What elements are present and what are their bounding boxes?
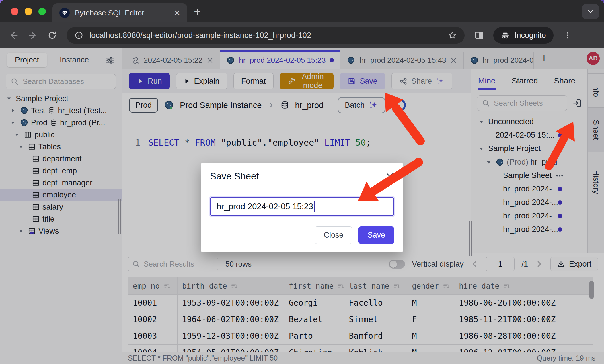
db-tree-item[interactable]: public	[0, 129, 122, 141]
tab-project[interactable]: Project	[7, 53, 47, 67]
db-tree-item[interactable]: salary	[0, 201, 122, 213]
reload-icon[interactable]	[48, 31, 57, 40]
close-tab-icon[interactable]	[206, 57, 213, 64]
run-button[interactable]: Run	[129, 73, 170, 89]
batch-button[interactable]: Batch	[338, 97, 385, 113]
new-tab-icon[interactable]: +	[194, 5, 201, 19]
column-header[interactable]: hire_date	[454, 277, 593, 295]
table-row[interactable]: 100021964-06-02T00:00:00ZBezalelSimmelF1…	[128, 311, 593, 328]
close-window-button[interactable]	[11, 8, 18, 15]
db-tree-item[interactable]: Sample Project	[0, 93, 122, 105]
sheet-tree-item[interactable]: hr_prod 2024-...	[471, 209, 587, 223]
admin-mode-button[interactable]: Admin mode	[280, 73, 334, 89]
sheet-tab[interactable]: 2024-02-05 15:22	[125, 52, 220, 69]
forward-icon[interactable]	[28, 30, 38, 40]
sort-icon[interactable]	[503, 282, 511, 290]
sheet-tree-item[interactable]: Unconnected	[471, 115, 587, 128]
back-icon[interactable]	[9, 30, 18, 40]
db-tree-item[interactable]: Testhr_test (Test...	[0, 105, 122, 117]
export-button[interactable]: Export	[550, 257, 598, 271]
vertical-display-toggle[interactable]	[389, 260, 405, 269]
filter-settings-icon[interactable]	[105, 55, 115, 65]
sort-icon[interactable]	[164, 282, 171, 290]
sheet-tree-item[interactable]: hr_prod 2024-...	[471, 196, 587, 209]
instance-name[interactable]: Prod Sample Instance	[180, 101, 262, 110]
sheet-tree-item[interactable]: Sample Sheet	[471, 169, 587, 182]
caret-down-icon[interactable]	[9, 120, 17, 126]
sheet-tab[interactable]: hr_prod 2024-02-05 15:23	[220, 52, 340, 69]
column-header[interactable]: gender	[407, 277, 454, 295]
sheet-panel-resize-handle[interactable]	[469, 221, 472, 256]
caret-down-icon[interactable]	[13, 132, 21, 138]
column-header[interactable]: birth_date	[178, 277, 284, 295]
tab-search-button[interactable]	[582, 4, 599, 19]
prev-page-icon[interactable]	[470, 260, 479, 268]
table-row[interactable]: 100041954-05-01T00:00:00ZChirstianKoblic…	[128, 345, 593, 352]
next-page-icon[interactable]	[535, 260, 543, 268]
explain-button[interactable]: Explain	[176, 73, 227, 89]
new-sheet-icon[interactable]: +	[541, 52, 547, 64]
caret-right-icon[interactable]	[17, 228, 25, 234]
sheet-tab[interactable]: hr_prod 2024-0	[464, 52, 534, 69]
sheet-tab[interactable]: hr_prod 2024-02-05 15:43	[340, 52, 463, 69]
sort-icon[interactable]	[393, 282, 401, 290]
db-tree-item[interactable]: title	[0, 213, 122, 225]
results-scrollbar[interactable]	[589, 281, 594, 299]
format-button[interactable]: Format	[233, 73, 274, 89]
sheet-tree-item[interactable]: (Prod) hr_prod	[471, 155, 587, 169]
caret-right-icon[interactable]	[9, 108, 17, 113]
sidebar-resize-handle[interactable]	[118, 199, 121, 234]
close-icon[interactable]	[385, 172, 394, 181]
sort-icon[interactable]	[231, 282, 238, 290]
table-row[interactable]: 100011953-09-02T00:00:00ZGeorgiFacelloM1…	[128, 295, 593, 311]
tab-instance[interactable]: Instance	[60, 56, 89, 64]
zoom-window-button[interactable]	[38, 8, 46, 15]
database-name[interactable]: hr_prod	[295, 101, 324, 110]
bookmark-star-icon[interactable]	[448, 31, 457, 40]
caret-down-icon[interactable]	[17, 144, 25, 150]
minimize-window-button[interactable]	[25, 8, 32, 15]
caret-down-icon[interactable]	[477, 146, 486, 152]
column-header[interactable]: last_name	[344, 277, 408, 295]
share-button[interactable]: Share	[391, 73, 452, 89]
sheet-name-input[interactable]: hr_prod 2024-02-05 15:23	[210, 197, 394, 216]
more-options-icon[interactable]	[555, 171, 564, 180]
caret-down-icon[interactable]	[484, 159, 493, 165]
db-tree-item[interactable]: employee	[0, 189, 122, 201]
results-search-input[interactable]	[144, 260, 214, 269]
db-tree-item[interactable]: Views	[0, 225, 122, 237]
user-avatar[interactable]: AD	[587, 52, 600, 65]
table-row[interactable]: 100031959-12-03T00:00:00ZPartoBamfordM19…	[128, 328, 593, 345]
sheet-tree-item[interactable]: 2024-02-05 15:...	[471, 128, 587, 142]
caret-down-icon[interactable]	[5, 96, 13, 101]
db-tree-item[interactable]: dept_manager	[0, 177, 122, 189]
caret-down-icon[interactable]	[477, 119, 486, 125]
site-info-icon[interactable]	[75, 31, 83, 40]
sheet-search[interactable]	[477, 95, 567, 111]
db-tree-item[interactable]: department	[0, 153, 122, 165]
sort-icon[interactable]	[338, 282, 344, 290]
dialog-save-button[interactable]: Save	[358, 226, 394, 244]
db-tree-item[interactable]: Prodhr_prod (Pr...	[0, 117, 122, 129]
sheet-tree-item[interactable]: Sample Project	[471, 142, 587, 155]
db-tree-item[interactable]: dept_emp	[0, 165, 122, 177]
tab-mine[interactable]: Mine	[478, 76, 496, 90]
sheet-tree-item[interactable]: hr_prod 2024-...	[471, 223, 587, 236]
close-tab-icon[interactable]	[450, 57, 457, 64]
save-button[interactable]: Save	[340, 73, 385, 89]
panel-tab-info[interactable]: Info	[588, 73, 604, 108]
page-number-input[interactable]	[486, 257, 515, 271]
sheet-search-input[interactable]	[494, 99, 562, 108]
close-tab-icon[interactable]: ✕	[174, 8, 180, 18]
close-button[interactable]: Close	[315, 226, 352, 244]
browser-menu-icon[interactable]	[563, 31, 572, 40]
column-header[interactable]: first_name	[284, 277, 344, 295]
sort-icon[interactable]	[443, 282, 450, 290]
database-search[interactable]	[6, 74, 116, 89]
address-bar[interactable]: localhost:8080/sql-editor/prod-sample-in…	[67, 27, 465, 44]
column-header[interactable]: emp_no	[128, 277, 178, 295]
side-panel-icon[interactable]	[474, 31, 484, 40]
sheet-tree-item[interactable]: hr_prod 2024-...	[471, 182, 587, 196]
panel-tab-history[interactable]: History	[588, 152, 604, 212]
panel-tab-sheet[interactable]: Sheet	[588, 108, 604, 152]
